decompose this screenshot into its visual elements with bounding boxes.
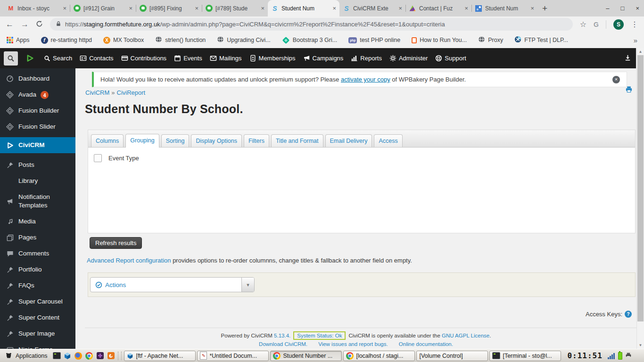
terminal-launcher-icon[interactable] — [52, 351, 61, 361]
sidebar-item-dashboard[interactable]: Dashboard — [0, 71, 75, 87]
bookmark-ftp-test[interactable]: FTP Test | DLP... — [514, 36, 568, 44]
browser-tab-inbox[interactable]: M Inbox - stoyc × — [4, 0, 70, 16]
online-docs-link[interactable]: Online documentation. — [399, 341, 453, 347]
help-icon[interactable]: ? — [625, 311, 632, 318]
tab-filters[interactable]: Filters — [244, 134, 269, 147]
tab-close-icon[interactable]: × — [332, 5, 336, 12]
back-button[interactable]: ← — [6, 20, 14, 28]
tray-printer-icon[interactable] — [625, 352, 632, 360]
tab-close-icon[interactable]: × — [398, 5, 402, 12]
window-button-volume-control[interactable]: [Volume Control] — [416, 351, 488, 361]
applications-menu[interactable]: Applications — [1, 350, 50, 362]
browser-tab-student-number-2[interactable]: Student Num × — [471, 0, 537, 16]
breadcrumb-civicrm-link[interactable]: CiviCRM — [85, 89, 109, 96]
tab-close-icon[interactable]: × — [530, 5, 534, 12]
sidebar-item-avada[interactable]: Avada 4 — [0, 87, 75, 103]
dropdown-caret-icon[interactable]: ▾ — [241, 278, 254, 292]
plugin-launcher-icon[interactable] — [95, 351, 105, 361]
swirl-launcher-icon[interactable] — [106, 351, 116, 361]
tab-email-delivery[interactable]: Email Delivery — [325, 134, 372, 147]
bookmark-httpd[interactable]: f re-starting httpd — [41, 37, 92, 44]
window-button-netbeans[interactable]: [ftf - Apache Net... — [124, 351, 196, 361]
window-button-chrome-localhost[interactable]: [localhost / stagi... — [343, 351, 415, 361]
browser-tab-civicrm-ext[interactable]: S CiviCRM Exte × — [339, 0, 405, 16]
sidebar-item-civicrm[interactable]: CiviCRM — [0, 137, 75, 153]
bookmark-test-php[interactable]: php test PHP online — [348, 37, 400, 43]
quick-search-box[interactable] — [4, 51, 18, 66]
menu-reports[interactable]: Reports — [347, 48, 386, 68]
sidebar-item-ninja-forms[interactable]: Ninja Forms — [0, 342, 75, 349]
menu-mailings[interactable]: Mailings — [206, 48, 246, 68]
minimize-button[interactable]: – — [606, 5, 609, 12]
profile-avatar[interactable]: S — [613, 19, 624, 30]
bookmark-upgrading-civi[interactable]: Upgrading Civi... — [217, 36, 270, 44]
browser-tab-issue-895[interactable]: [#895] Fixing × — [136, 0, 202, 16]
bookmark-proxy[interactable]: Proxy — [478, 36, 503, 44]
g-translate-icon[interactable]: G — [594, 21, 599, 28]
dismiss-notice-icon[interactable]: × — [612, 76, 620, 83]
sidebar-item-library[interactable]: Library — [0, 173, 75, 189]
hide-menubar-icon[interactable] — [624, 54, 631, 63]
bookmark-mx-toolbox[interactable]: X MX Toolbox — [103, 37, 144, 44]
sidebar-item-super-carousel[interactable]: Super Carousel — [0, 294, 75, 310]
menu-campaigns[interactable]: Campaigns — [299, 48, 347, 68]
scroll-up-icon[interactable]: ▲ — [637, 49, 644, 54]
bookmark-strlen[interactable]: strlen() function — [155, 36, 206, 44]
scroll-down-icon[interactable]: ▼ — [637, 343, 644, 347]
new-tab-button[interactable]: + — [542, 3, 547, 14]
window-button-chrome-student-number[interactable]: Student Number ... — [270, 351, 342, 361]
download-civicrm-link[interactable]: Download CiviCRM. — [259, 341, 307, 347]
sidebar-item-notification-templates[interactable]: Notification Templates — [0, 189, 75, 214]
print-icon[interactable] — [625, 86, 633, 94]
actions-dropdown[interactable]: Actions ▾ — [90, 277, 255, 292]
sidebar-item-portfolio[interactable]: Portfolio — [0, 262, 75, 278]
window-button-terminal[interactable]: [Terminal - sto@l... — [489, 351, 561, 361]
event-type-checkbox[interactable] — [94, 154, 102, 162]
tab-display-options[interactable]: Display Options — [191, 134, 242, 147]
sidebar-item-super-content[interactable]: Super Content — [0, 310, 75, 326]
tab-access[interactable]: Access — [374, 134, 402, 147]
tab-close-icon[interactable]: × — [464, 5, 468, 12]
menu-memberships[interactable]: Memberships — [246, 48, 299, 68]
bookmarks-overflow-chevron[interactable]: » — [634, 36, 637, 44]
tab-sorting[interactable]: Sorting — [161, 134, 190, 147]
civicrm-logo-icon[interactable] — [25, 54, 34, 63]
sidebar-item-faqs[interactable]: FAQs — [0, 278, 75, 294]
chrome-launcher-icon[interactable] — [84, 351, 94, 361]
page-scrollbar[interactable]: ▲ ▼ — [636, 48, 644, 349]
refresh-results-button[interactable]: Refresh results — [90, 237, 142, 249]
firefox-launcher-icon[interactable] — [74, 351, 83, 361]
tab-close-icon[interactable]: × — [195, 5, 198, 12]
sidebar-item-pages[interactable]: Pages — [0, 230, 75, 246]
window-button-text-editor[interactable]: ✎ *Untitled Docum... — [197, 351, 269, 361]
network-monitor-icon[interactable] — [608, 353, 615, 359]
browser-tab-student-number-active[interactable]: S Student Num × — [268, 0, 339, 16]
sidebar-item-super-image[interactable]: Super Image — [0, 326, 75, 342]
sidebar-item-comments[interactable]: Comments — [0, 246, 75, 262]
sidebar-item-posts[interactable]: Posts — [0, 157, 75, 173]
sidebar-item-fusion-slider[interactable]: Fusion Slider — [0, 119, 75, 135]
scrollbar-thumb[interactable] — [637, 55, 644, 321]
tab-columns[interactable]: Columns — [91, 134, 124, 147]
gnu-agpl-link[interactable]: GNU AGPL License — [442, 333, 489, 338]
browser-tab-contact-fuzion[interactable]: Contact | Fuz × — [405, 0, 471, 16]
menu-administer[interactable]: Administer — [386, 48, 431, 68]
tab-close-icon[interactable]: × — [129, 5, 132, 12]
maximize-button[interactable]: □ — [621, 5, 625, 12]
battery-icon[interactable] — [618, 352, 622, 360]
bookmark-star-icon[interactable]: ☆ — [580, 20, 586, 29]
tab-close-icon[interactable]: × — [63, 5, 66, 12]
browser-menu-icon[interactable]: ⋮ — [631, 20, 638, 29]
bookmark-apps[interactable]: Apps — [7, 37, 30, 43]
address-bar[interactable]: https://staging.formthefuture.org.uk/wp-… — [50, 18, 573, 31]
view-issues-link[interactable]: View issues and report bugs. — [318, 341, 388, 347]
forward-button[interactable]: → — [21, 20, 29, 28]
menu-contacts[interactable]: Contacts — [76, 48, 117, 68]
menu-search[interactable]: Search — [40, 48, 76, 68]
bookmark-bootstrap[interactable]: Bootstrap 3 Gri... — [282, 37, 337, 43]
bookmark-how-to-run[interactable]: How to Run You... — [412, 37, 467, 43]
breadcrumb-civireport-link[interactable]: CiviReport — [117, 89, 146, 96]
sidebar-item-media[interactable]: Media — [0, 214, 75, 230]
menu-contributions[interactable]: Contributions — [117, 48, 171, 68]
browser-tab-issue-912[interactable]: [#912] Grain × — [70, 0, 136, 16]
